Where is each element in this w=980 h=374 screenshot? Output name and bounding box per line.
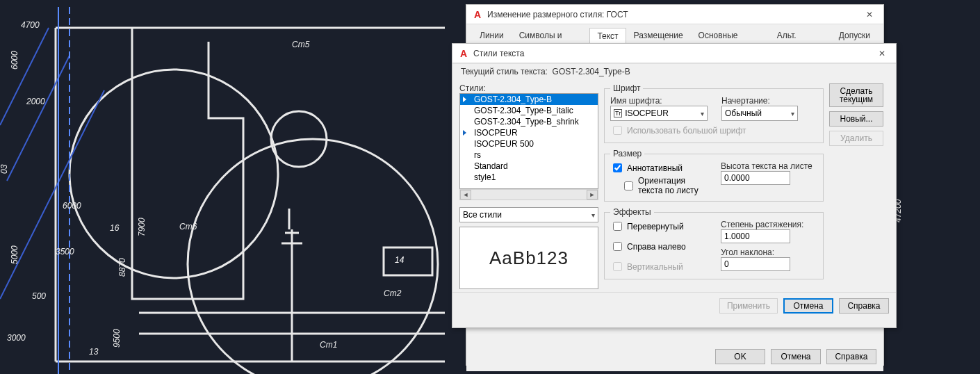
dimstyle-titlebar[interactable]: A Изменение размерного стиля: ГОСТ ✕ (466, 5, 883, 24)
cancel-button[interactable]: Отмена (771, 349, 821, 364)
oblique-input[interactable] (721, 257, 790, 271)
font-style-label: Начертание: (721, 96, 817, 106)
svg-text:3500: 3500 (56, 247, 74, 257)
cancel-button[interactable]: Отмена (783, 298, 833, 314)
style-preview: AaBb123 (459, 227, 598, 289)
list-item[interactable]: ISOCPEUR 500 (460, 138, 598, 149)
list-item[interactable]: rs (460, 149, 598, 161)
font-group: Шрифт Имя шрифта: TrISOCPEUR ▾ Начертани… (604, 83, 824, 143)
textstyle-title: Стили текста (473, 49, 868, 58)
svg-rect-3 (384, 247, 432, 275)
help-button[interactable]: Справка (839, 298, 889, 314)
svg-text:Ст5: Ст5 (292, 40, 310, 49)
chevron-down-icon: ▾ (791, 110, 794, 117)
font-name-label: Имя шрифта: (610, 96, 708, 106)
svg-text:8870: 8870 (117, 258, 127, 277)
match-orient-label: Ориентация текста по листу (638, 176, 707, 195)
vertical-checkbox (613, 262, 622, 271)
bigfont-label: Использовать большой шрифт (627, 126, 746, 136)
list-item[interactable]: GOST-2.304_Type-B_italic (460, 105, 598, 116)
vertical-label: Вертикальный (627, 262, 683, 272)
apply-button: Применить (719, 298, 778, 314)
svg-text:16: 16 (110, 223, 120, 233)
style-filter-value: Все стили (463, 210, 502, 220)
svg-text:9500: 9500 (112, 329, 122, 348)
style-filter-select[interactable]: Все стили ▾ (459, 207, 598, 222)
set-current-button[interactable]: Сделать текущим (829, 83, 883, 107)
list-item[interactable]: GOST-2.304_Type-B_shrink (460, 116, 598, 127)
dimstyle-buttons: OK Отмена Справка (466, 343, 883, 371)
svg-point-0 (70, 70, 278, 278)
current-style-value: GOST-2.304_Type-B (553, 67, 630, 76)
close-icon[interactable]: ✕ (856, 5, 883, 24)
upside-checkbox[interactable] (613, 222, 622, 231)
chevron-down-icon: ▾ (591, 211, 595, 219)
list-item[interactable]: Standard (460, 161, 598, 172)
backwards-label: Справа налево (627, 242, 686, 252)
svg-text:Ст1: Ст1 (320, 340, 337, 350)
effects-legend: Эффекты (610, 207, 654, 217)
svg-text:5000: 5000 (10, 245, 19, 264)
new-style-button[interactable]: Новый... (829, 111, 883, 127)
effects-group: Эффекты Перевернутый Справа налево Верти… (604, 207, 824, 279)
app-icon: A (458, 48, 469, 59)
list-item[interactable]: style1 (460, 172, 598, 183)
svg-text:14: 14 (395, 255, 405, 265)
dim-text: 4700 (21, 20, 40, 30)
svg-text:6000: 6000 (10, 51, 19, 70)
paper-height-label: Высота текста на листе (721, 161, 817, 171)
list-item[interactable]: GOST-2.304_Type-B (460, 94, 598, 105)
scroll-track[interactable] (471, 190, 587, 200)
styles-label: Стили: (459, 83, 598, 93)
svg-text:3000: 3000 (7, 333, 26, 343)
size-legend: Размер (610, 149, 644, 158)
help-button[interactable]: Справка (826, 349, 876, 364)
font-name-value: ISOCPEUR (625, 108, 669, 118)
scroll-left-icon[interactable]: ◄ (460, 190, 471, 200)
upside-label: Перевернутый (627, 222, 684, 231)
svg-text:2000: 2000 (26, 97, 45, 106)
current-style-row: Текущий стиль текста: GOST-2.304_Type-B (452, 63, 896, 78)
h-scrollbar[interactable]: ◄ ► (459, 189, 598, 200)
delete-style-button: Удалить (829, 131, 883, 146)
oblique-label: Угол наклона: (721, 247, 817, 257)
annotative-checkbox[interactable] (613, 163, 622, 172)
width-factor-label: Степень растяжения: (721, 220, 817, 229)
svg-text:03: 03 (0, 164, 9, 174)
svg-text:13: 13 (89, 347, 99, 357)
svg-text:7900: 7900 (137, 218, 147, 236)
list-item[interactable]: ISOCPEUR (460, 127, 598, 138)
svg-text:500: 500 (32, 291, 46, 301)
font-name-select[interactable]: TrISOCPEUR ▾ (610, 106, 708, 121)
annotative-label: Аннотативный (627, 163, 683, 173)
textstyle-dialog: A Стили текста ✕ Текущий стиль текста: G… (452, 43, 897, 328)
match-orient-checkbox[interactable] (624, 181, 633, 190)
svg-text:6000: 6000 (63, 201, 81, 211)
truetype-icon: Tr (614, 109, 622, 117)
dimstyle-title: Изменение размерного стиля: ГОСТ (487, 10, 856, 19)
font-legend: Шрифт (610, 83, 643, 93)
width-factor-input[interactable] (721, 229, 790, 243)
size-group: Размер Аннотативный Ориентация текста по… (604, 149, 824, 202)
svg-text:Ст6: Ст6 (179, 222, 197, 231)
chevron-down-icon: ▾ (701, 110, 704, 117)
textstyle-titlebar[interactable]: A Стили текста ✕ (452, 44, 896, 63)
backwards-checkbox[interactable] (613, 242, 622, 251)
current-style-label: Текущий стиль текста: (461, 67, 548, 76)
close-icon[interactable]: ✕ (868, 44, 896, 63)
svg-text:Ст2: Ст2 (384, 288, 402, 298)
ok-button[interactable]: OK (715, 349, 765, 364)
paper-height-input[interactable] (721, 171, 790, 185)
app-icon: A (472, 9, 483, 20)
font-style-value: Обычный (725, 108, 762, 118)
styles-list[interactable]: GOST-2.304_Type-BGOST-2.304_Type-B_itali… (459, 93, 598, 189)
bigfont-checkbox (613, 126, 622, 135)
scroll-right-icon[interactable]: ► (587, 190, 598, 200)
font-style-select[interactable]: Обычный ▾ (721, 106, 798, 121)
